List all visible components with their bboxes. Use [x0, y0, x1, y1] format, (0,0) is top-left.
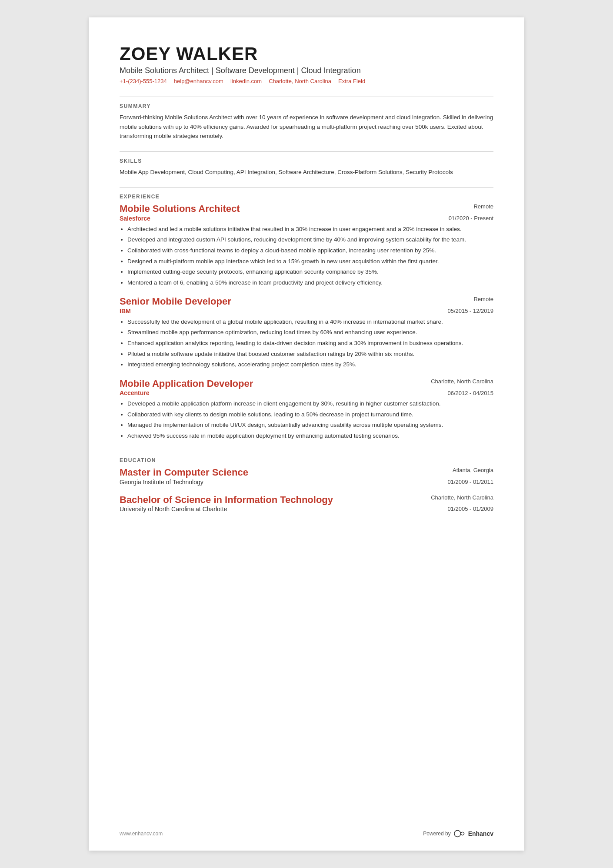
bullet: Architected and led a mobile solutions i…	[127, 225, 493, 234]
education-label: EDUCATION	[120, 457, 493, 463]
summary-label: SUMMARY	[120, 103, 493, 109]
summary-text: Forward-thinking Mobile Solutions Archit…	[120, 113, 493, 141]
exp-company-1: IBM	[120, 308, 131, 315]
summary-section: SUMMARY Forward-thinking Mobile Solution…	[120, 103, 493, 141]
exp-company-2: Accenture	[120, 389, 149, 396]
experience-label: EXPERIENCE	[120, 194, 493, 200]
bullet: Streamlined mobile app performance optim…	[127, 328, 493, 337]
edu-degree-0: Master in Computer Science	[120, 467, 248, 478]
footer-brand: Powered by Enhancv	[423, 830, 493, 838]
linkedin: linkedin.com	[230, 78, 262, 84]
edu-degree-1: Bachelor of Science in Information Techn…	[120, 494, 333, 506]
exp-location-0: Remote	[473, 203, 493, 210]
bullet: Mentored a team of 6, enabling a 50% inc…	[127, 278, 493, 288]
exp-location-2: Charlotte, North Carolina	[431, 378, 493, 385]
bullet: Enhanced application analytics reporting…	[127, 338, 493, 348]
resume-page: ZOEY WALKER Mobile Solutions Architect |…	[89, 17, 524, 851]
exp-title-1: Senior Mobile Developer	[120, 296, 231, 307]
experience-section: EXPERIENCE Mobile Solutions Architect Re…	[120, 194, 493, 440]
extra-field: Extra Field	[338, 78, 365, 84]
bullet: Piloted a mobile software update initiat…	[127, 349, 493, 359]
skills-section: SKILLS Mobile App Development, Cloud Com…	[120, 158, 493, 177]
exp-header-0: Mobile Solutions Architect Remote	[120, 203, 493, 214]
powered-by-text: Powered by	[423, 831, 450, 837]
bullet: Managed the implementation of mobile UI/…	[127, 420, 493, 430]
bullet: Developed and integrated custom API solu…	[127, 235, 493, 245]
bullet: Designed a multi-platform mobile app int…	[127, 257, 493, 266]
phone: +1-(234)-555-1234	[120, 78, 167, 84]
enhancv-logo-icon	[453, 830, 466, 838]
divider-skills	[120, 151, 493, 152]
svg-point-0	[454, 831, 461, 837]
exp-company-row-1: IBM 05/2015 - 12/2019	[120, 308, 493, 315]
bullet: Successfully led the development of a gl…	[127, 317, 493, 327]
footer: www.enhancv.com Powered by Enhancv	[120, 830, 493, 838]
exp-date-1: 05/2015 - 12/2019	[447, 308, 493, 314]
divider-experience	[120, 187, 493, 188]
bullet: Achieved 95% success rate in mobile appl…	[127, 431, 493, 441]
edu-location-1: Charlotte, North Carolina	[431, 494, 493, 501]
edu-date-1: 01/2005 - 01/2009	[447, 506, 493, 513]
candidate-name: ZOEY WALKER	[120, 44, 493, 64]
exp-header-1: Senior Mobile Developer Remote	[120, 296, 493, 307]
skills-text: Mobile App Development, Cloud Computing,…	[120, 168, 493, 177]
exp-bullets-1: Successfully led the development of a gl…	[120, 317, 493, 369]
edu-location-0: Atlanta, Georgia	[453, 467, 493, 473]
enhancv-logo: Enhancv	[453, 830, 493, 838]
exp-company-row-2: Accenture 06/2012 - 04/2015	[120, 389, 493, 396]
location: Charlotte, North Carolina	[269, 78, 331, 84]
brand-name: Enhancv	[468, 830, 493, 837]
header-section: ZOEY WALKER Mobile Solutions Architect |…	[120, 44, 493, 84]
exp-title-2: Mobile Application Developer	[120, 378, 253, 389]
edu-school-0: Georgia Institute of Technology	[120, 479, 203, 486]
exp-header-2: Mobile Application Developer Charlotte, …	[120, 378, 493, 389]
bullet: Developed a mobile application platform …	[127, 399, 493, 409]
edu-school-row-0: Georgia Institute of Technology 01/2009 …	[120, 479, 493, 486]
bullet: Collaborated with cross-functional teams…	[127, 246, 493, 255]
exp-entry-2: Mobile Application Developer Charlotte, …	[120, 378, 493, 441]
bullet: Collaborated with key clients to design …	[127, 410, 493, 419]
exp-entry-0: Mobile Solutions Architect Remote Salesf…	[120, 203, 493, 287]
edu-header-0: Master in Computer Science Atlanta, Geor…	[120, 467, 493, 478]
email: help@enhancv.com	[174, 78, 223, 84]
divider-education	[120, 451, 493, 451]
education-section: EDUCATION Master in Computer Science Atl…	[120, 457, 493, 513]
bullet: Integrated emerging technology solutions…	[127, 360, 493, 369]
edu-school-1: University of North Carolina at Charlott…	[120, 506, 227, 513]
edu-header-1: Bachelor of Science in Information Techn…	[120, 494, 493, 506]
edu-entry-1: Bachelor of Science in Information Techn…	[120, 494, 493, 513]
exp-title-0: Mobile Solutions Architect	[120, 203, 240, 214]
exp-company-row-0: Salesforce 01/2020 - Present	[120, 215, 493, 222]
exp-date-0: 01/2020 - Present	[449, 215, 493, 221]
exp-location-1: Remote	[473, 296, 493, 302]
divider-summary	[120, 97, 493, 97]
bullet: Implemented cutting-edge security protoc…	[127, 267, 493, 277]
edu-school-row-1: University of North Carolina at Charlott…	[120, 506, 493, 513]
exp-company-0: Salesforce	[120, 215, 150, 222]
exp-bullets-2: Developed a mobile application platform …	[120, 399, 493, 440]
skills-label: SKILLS	[120, 158, 493, 164]
exp-entry-1: Senior Mobile Developer Remote IBM 05/20…	[120, 296, 493, 369]
candidate-title: Mobile Solutions Architect | Software De…	[120, 66, 493, 75]
contact-line: +1-(234)-555-1234 help@enhancv.com linke…	[120, 78, 493, 84]
footer-website: www.enhancv.com	[120, 831, 163, 837]
exp-date-2: 06/2012 - 04/2015	[447, 390, 493, 396]
edu-date-0: 01/2009 - 01/2011	[447, 479, 493, 486]
edu-entry-0: Master in Computer Science Atlanta, Geor…	[120, 467, 493, 485]
exp-bullets-0: Architected and led a mobile solutions i…	[120, 225, 493, 288]
